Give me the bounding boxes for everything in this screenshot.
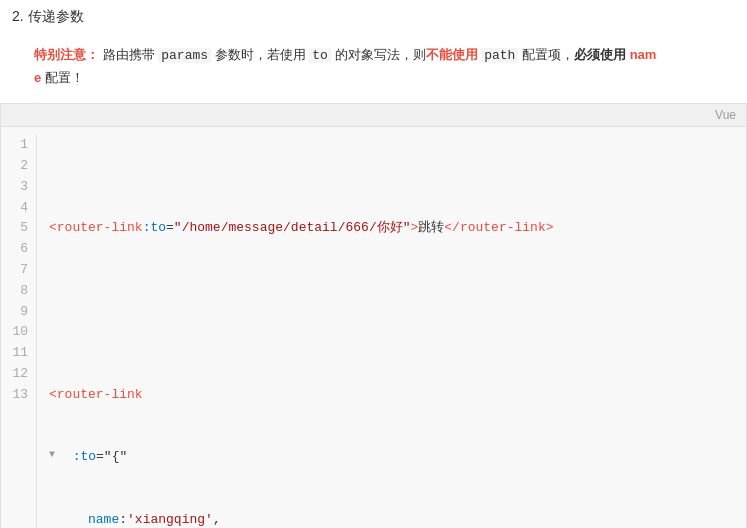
warning-code-name-red: nam xyxy=(630,47,657,62)
vue-line-2: <router-link :to="/home/message/detail/6… xyxy=(49,218,734,239)
warning-text2: e 配置！ xyxy=(34,70,84,85)
warning-block: 特别注意： 路由携带 params 参数时，若使用 to 的对象写法，则不能使用… xyxy=(24,38,735,95)
warning-e: e xyxy=(34,70,41,85)
warning-code-path: path xyxy=(481,48,518,63)
warning-bold2: 必须使用 nam xyxy=(574,47,656,62)
vue-code-body: 1 2 3 4 5 6 7 8 9 10 11 12 13 <router-li… xyxy=(1,127,746,528)
section2: 2. 传递参数 特别注意： 路由携带 params 参数时，若使用 to 的对象… xyxy=(0,0,747,528)
vue-line-6: ▼ :to="{" xyxy=(49,447,734,468)
warning-code-to: to xyxy=(309,48,331,63)
vue-lang-label: Vue xyxy=(715,108,736,122)
vue-line-7: name:'xiangqing', xyxy=(49,510,734,528)
warning-bold1: 不能使用 xyxy=(426,47,478,62)
vue-code-lines: <router-link :to="/home/message/detail/6… xyxy=(37,135,746,528)
vue-code-header: Vue xyxy=(1,104,746,127)
vue-line-numbers: 1 2 3 4 5 6 7 8 9 10 11 12 13 xyxy=(1,135,37,528)
warning-code-params: params xyxy=(158,48,211,63)
vue-line-3 xyxy=(49,281,734,302)
warning-label: 特别注意： xyxy=(34,47,99,62)
section2-heading: 2. 传递参数 xyxy=(0,0,747,34)
vue-code-block: Vue 1 2 3 4 5 6 7 8 9 10 11 12 13 <route… xyxy=(0,103,747,528)
warning-text: 路由携带 params 参数时，若使用 to 的对象写法，则不能使用 path … xyxy=(103,47,657,62)
vue-line-5: <router-link xyxy=(49,385,734,406)
